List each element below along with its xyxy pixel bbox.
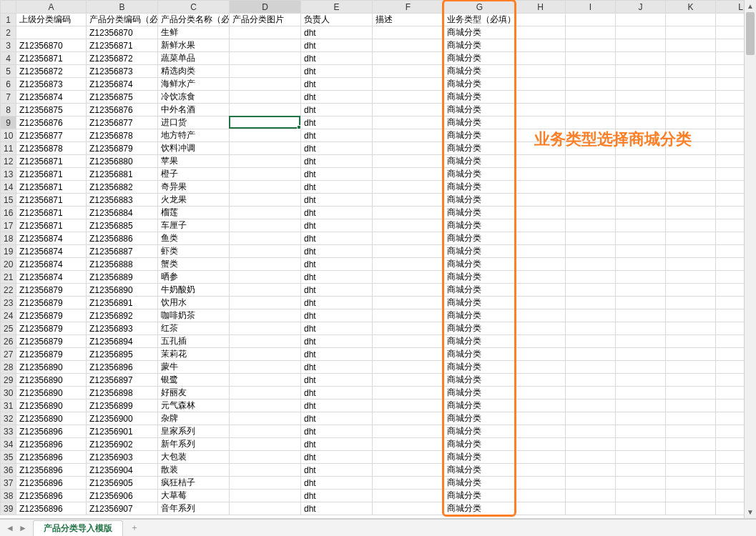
cell-G32[interactable]: 商城分类	[444, 412, 516, 425]
cell-K17[interactable]	[666, 219, 716, 232]
cell-C21[interactable]: 晒参	[158, 271, 230, 284]
cell-D1[interactable]: 产品分类图片	[230, 14, 301, 26]
cell-C3[interactable]: 新鲜水果	[158, 39, 230, 52]
cell-H39[interactable]	[516, 502, 566, 515]
cell-H3[interactable]	[516, 39, 566, 52]
cell-I8[interactable]	[566, 104, 616, 116]
cell-A35[interactable]: Z12356896	[16, 451, 87, 464]
cell-C5[interactable]: 精选肉类	[158, 65, 230, 78]
cell-G24[interactable]: 商城分类	[444, 309, 516, 322]
cell-G3[interactable]: 商城分类	[444, 39, 516, 52]
cell-A19[interactable]: Z12356874	[16, 245, 87, 258]
cell-J38[interactable]	[616, 490, 666, 502]
cell-I13[interactable]	[566, 168, 616, 181]
cell-B25[interactable]: Z12356893	[87, 322, 158, 335]
cell-G19[interactable]: 商城分类	[444, 245, 516, 258]
cell-H38[interactable]	[516, 490, 566, 502]
cell-A16[interactable]: Z12356871	[16, 207, 87, 219]
cell-C33[interactable]: 皇家系列	[158, 425, 230, 438]
cell-I33[interactable]	[566, 425, 616, 438]
cell-A21[interactable]: Z12356874	[16, 271, 87, 284]
cell-F9[interactable]	[373, 116, 444, 129]
cell-D5[interactable]	[230, 65, 301, 78]
cell-A4[interactable]: Z12356871	[16, 52, 87, 65]
cell-F22[interactable]	[373, 284, 444, 297]
row-header-27[interactable]: 27	[1, 348, 16, 361]
cell-K7[interactable]	[666, 91, 716, 104]
cell-D25[interactable]	[230, 322, 301, 335]
cell-D10[interactable]	[230, 129, 301, 142]
cell-C27[interactable]: 茉莉花	[158, 348, 230, 361]
cell-H6[interactable]	[516, 78, 566, 91]
cell-H1[interactable]	[516, 14, 566, 26]
cell-I22[interactable]	[566, 284, 616, 297]
cell-B23[interactable]: Z12356891	[87, 297, 158, 309]
cell-H21[interactable]	[516, 271, 566, 284]
cell-G14[interactable]: 商城分类	[444, 181, 516, 194]
tab-first-icon[interactable]: ◄	[4, 523, 16, 533]
row-header-32[interactable]: 32	[1, 412, 16, 425]
cell-I19[interactable]	[566, 245, 616, 258]
row-header-24[interactable]: 24	[1, 309, 16, 322]
row-header-12[interactable]: 12	[1, 155, 16, 168]
cell-J2[interactable]	[616, 26, 666, 39]
cell-G7[interactable]: 商城分类	[444, 91, 516, 104]
cell-F14[interactable]	[373, 181, 444, 194]
cell-E10[interactable]: dht	[301, 129, 373, 142]
cell-B34[interactable]: Z12356902	[87, 438, 158, 451]
cell-J24[interactable]	[616, 309, 666, 322]
cell-E6[interactable]: dht	[301, 78, 373, 91]
cell-B27[interactable]: Z12356895	[87, 348, 158, 361]
cell-D22[interactable]	[230, 284, 301, 297]
cell-A18[interactable]: Z12356874	[16, 232, 87, 245]
row-header-31[interactable]: 31	[1, 399, 16, 412]
cell-C30[interactable]: 好丽友	[158, 387, 230, 399]
cell-K26[interactable]	[666, 335, 716, 348]
cell-D32[interactable]	[230, 412, 301, 425]
cell-A5[interactable]: Z12356872	[16, 65, 87, 78]
cell-F39[interactable]	[373, 502, 444, 515]
cell-B26[interactable]: Z12356894	[87, 335, 158, 348]
cell-A29[interactable]: Z12356890	[16, 374, 87, 387]
cell-H36[interactable]	[516, 464, 566, 477]
row-header-38[interactable]: 38	[1, 490, 16, 502]
cell-H12[interactable]	[516, 155, 566, 168]
cell-F30[interactable]	[373, 387, 444, 399]
cell-C36[interactable]: 散装	[158, 464, 230, 477]
cell-B28[interactable]: Z12356896	[87, 361, 158, 374]
cell-H35[interactable]	[516, 451, 566, 464]
cell-D7[interactable]	[230, 91, 301, 104]
cell-G1[interactable]: 业务类型（必填）	[444, 14, 516, 26]
cell-H33[interactable]	[516, 425, 566, 438]
cell-I20[interactable]	[566, 258, 616, 271]
row-header-3[interactable]: 3	[1, 39, 16, 52]
cell-A2[interactable]	[16, 26, 87, 39]
cell-G30[interactable]: 商城分类	[444, 387, 516, 399]
cell-I24[interactable]	[566, 309, 616, 322]
cell-E36[interactable]: dht	[301, 464, 373, 477]
cell-A17[interactable]: Z12356871	[16, 219, 87, 232]
cell-F4[interactable]	[373, 52, 444, 65]
cell-B39[interactable]: Z12356907	[87, 502, 158, 515]
cell-F5[interactable]	[373, 65, 444, 78]
cell-J18[interactable]	[616, 232, 666, 245]
cell-I39[interactable]	[566, 502, 616, 515]
cell-H22[interactable]	[516, 284, 566, 297]
cell-F32[interactable]	[373, 412, 444, 425]
cell-F27[interactable]	[373, 348, 444, 361]
cell-F37[interactable]	[373, 477, 444, 490]
cell-J9[interactable]	[616, 116, 666, 129]
cell-C31[interactable]: 元气森林	[158, 399, 230, 412]
row-header-28[interactable]: 28	[1, 361, 16, 374]
cell-K35[interactable]	[666, 451, 716, 464]
col-header-G[interactable]: G	[444, 1, 516, 14]
cell-I34[interactable]	[566, 438, 616, 451]
cell-A13[interactable]: Z12356871	[16, 168, 87, 181]
cell-K1[interactable]	[666, 14, 716, 26]
cell-A20[interactable]: Z12356874	[16, 258, 87, 271]
cell-C13[interactable]: 橙子	[158, 168, 230, 181]
grid[interactable]: ABCDEFGHIJKL1上级分类编码产品分类编码（必填产品分类名称（必填产品分…	[0, 0, 756, 515]
cell-G26[interactable]: 商城分类	[444, 335, 516, 348]
cell-C38[interactable]: 大草莓	[158, 490, 230, 502]
cell-C6[interactable]: 海鲜水产	[158, 78, 230, 91]
